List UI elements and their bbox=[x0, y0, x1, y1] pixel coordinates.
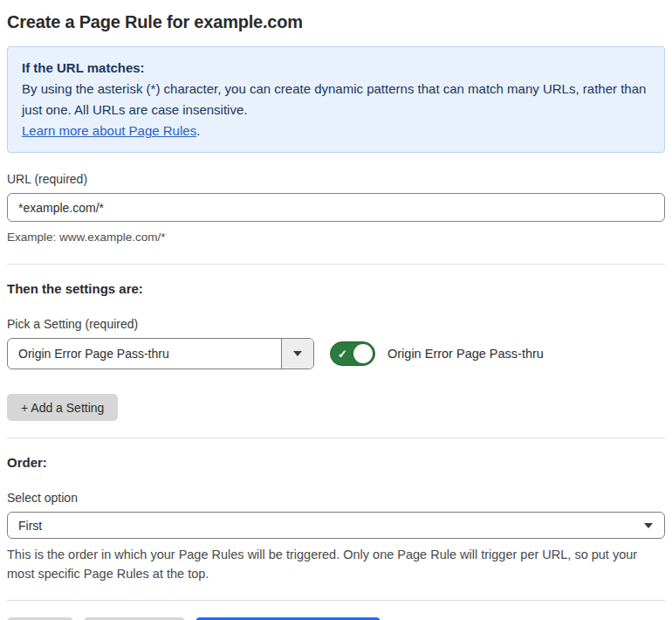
url-helper-text: Example: www.example.com/* bbox=[7, 228, 665, 247]
chevron-down-icon bbox=[644, 523, 653, 528]
setting-dropdown[interactable]: Origin Error Page Pass-thru bbox=[7, 338, 314, 369]
page-title: Create a Page Rule for example.com bbox=[7, 12, 665, 32]
info-box-body: By using the asterisk (*) character, you… bbox=[22, 79, 650, 121]
setting-toggle-label: Origin Error Page Pass-thru bbox=[387, 347, 544, 361]
setting-row: Origin Error Page Pass-thru ✓ Origin Err… bbox=[7, 338, 665, 369]
setting-dropdown-value: Origin Error Page Pass-thru bbox=[8, 339, 281, 369]
setting-picker-label: Pick a Setting (required) bbox=[7, 317, 665, 331]
divider bbox=[7, 600, 665, 601]
learn-more-link[interactable]: Learn more about Page Rules bbox=[22, 123, 196, 138]
chevron-down-icon bbox=[293, 351, 302, 356]
order-section-heading: Order: bbox=[7, 455, 665, 470]
check-icon: ✓ bbox=[338, 348, 347, 360]
toggle-knob bbox=[353, 344, 373, 363]
link-suffix: . bbox=[196, 123, 200, 138]
order-select[interactable]: First bbox=[7, 512, 665, 539]
url-field-label: URL (required) bbox=[7, 172, 665, 186]
info-box-heading: If the URL matches: bbox=[22, 58, 650, 79]
order-select-value: First bbox=[18, 519, 42, 533]
order-helper-text: This is the order in which your Page Rul… bbox=[7, 545, 665, 583]
url-match-info-box: If the URL matches: By using the asteris… bbox=[7, 46, 665, 153]
info-box-link-line: Learn more about Page Rules. bbox=[22, 121, 650, 141]
setting-toggle[interactable]: ✓ bbox=[330, 341, 375, 366]
settings-section-heading: Then the settings are: bbox=[7, 281, 665, 296]
url-input[interactable] bbox=[7, 193, 665, 222]
order-select-label: Select option bbox=[7, 491, 665, 505]
divider bbox=[7, 264, 665, 265]
page-rule-form: Create a Page Rule for example.com If th… bbox=[0, 0, 672, 620]
add-setting-button[interactable]: + Add a Setting bbox=[7, 394, 118, 421]
setting-dropdown-arrow-button[interactable] bbox=[281, 339, 313, 369]
divider bbox=[7, 437, 665, 438]
